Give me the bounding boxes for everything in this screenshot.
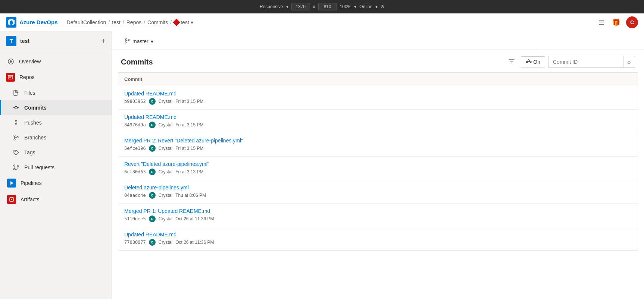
svg-point-22 [125,42,126,43]
svg-marker-19 [10,181,13,185]
commit-row[interactable]: Deleted azure-pipelines.yml 04aadc4e C C… [118,180,638,204]
commit-meta: 04aadc4e C Crystal Thu at 8:06 PM [124,192,632,199]
svg-point-12 [14,135,15,136]
commit-author: Crystal [159,240,172,245]
svg-point-14 [17,136,18,138]
svg-point-16 [13,165,15,166]
sidebar-header: T test + [0,31,112,51]
svg-point-13 [14,139,15,140]
gift-icon-button[interactable]: 🎁 [610,17,622,28]
commit-id-input[interactable] [548,57,623,67]
commit-sha: 5110dee5 [124,216,146,221]
commit-date: Thu at 8:06 PM [175,193,206,198]
commit-row[interactable]: Updated README.md 77080077 C Crystal Oct… [118,227,638,250]
breadcrumb-collection[interactable]: DefaultCollection [67,19,106,25]
commit-message: Updated README.md [124,232,632,237]
svg-point-23 [128,39,129,41]
sidebar-add-button[interactable]: + [101,37,106,45]
commit-sha: 6cf80d63 [124,169,146,174]
artifacts-icon [7,195,16,204]
branch-name: master [132,38,149,44]
sidebar-nav: Overview Repos Files [0,51,112,211]
commit-message: Deleted azure-pipelines.yml [124,185,632,191]
commit-author: Crystal [159,99,172,104]
browser-bar: Responsive ▾ x 100% ▾ Online ▾ ⊘ [0,0,644,13]
commit-message: Updated README.md [124,91,632,97]
width-input[interactable] [291,3,310,10]
top-nav: Azure DevOps DefaultCollection / test / … [0,13,644,31]
app-logo[interactable]: Azure DevOps [6,17,58,28]
zoom-label: 100% [340,4,351,9]
overview-icon [7,58,15,65]
breadcrumb-commits[interactable]: Commits [147,19,168,25]
graph-on-button[interactable]: On [521,56,545,67]
commit-author-avatar: C [149,192,156,199]
sidebar-item-repos[interactable]: Repos [0,69,112,85]
x-separator: x [313,4,315,9]
items-icon: ☰ [598,18,604,26]
svg-point-21 [125,38,126,40]
breadcrumb-project[interactable]: test [112,19,121,25]
sidebar-item-artifacts[interactable]: Artifacts [0,191,112,208]
commit-row[interactable]: Updated README.md 84976d9a C Crystal Fri… [118,110,638,133]
branch-selector-button[interactable]: master ▾ [121,36,157,47]
commit-meta: 6cf80d63 C Crystal Fri at 3:13 PM [124,169,632,175]
svg-point-2 [10,60,12,63]
items-icon-button[interactable]: ☰ [597,17,606,28]
height-input[interactable] [318,3,337,10]
settings-icon[interactable]: ⊘ [381,4,384,9]
commit-row[interactable]: Revert "Deleted azure-pipelines.yml" 6cf… [118,157,638,180]
repos-icon [6,73,15,82]
sidebar-item-label-pull-requests: Pull requests [24,164,54,170]
user-initial: C [630,19,634,25]
svg-point-17 [13,169,15,170]
sidebar-item-label-artifacts: Artifacts [21,196,40,202]
commit-author-avatar: C [149,169,156,175]
commit-row[interactable]: Updated README.md b9803952 C Crystal Fri… [118,86,638,110]
branches-icon [12,134,20,141]
commit-author: Crystal [159,146,172,151]
breadcrumb-repo-tag[interactable]: test ▾ [174,19,193,25]
sidebar-item-files[interactable]: Files [0,85,112,100]
gift-icon: 🎁 [612,18,620,26]
sidebar-item-label-repos: Repos [19,74,34,80]
user-avatar[interactable]: C [626,16,638,28]
sidebar-item-label-branches: Branches [24,135,46,141]
commit-row[interactable]: Merged PR 2: Revert "Deleted azure-pipel… [118,133,638,157]
sidebar-item-tags[interactable]: Tags [0,145,112,160]
sidebar: T test + Overview [0,31,112,299]
commit-sha: 5efce196 [124,146,146,151]
top-nav-actions: ☰ 🎁 C [597,16,638,28]
commit-author-avatar: C [149,239,156,246]
commit-date: Fri at 3:15 PM [175,99,203,104]
svg-point-26 [530,61,531,63]
breadcrumb-sep-2: / [123,19,124,25]
responsive-label: Responsive [260,4,283,9]
svg-point-10 [15,120,17,122]
commit-meta: 5efce196 C Crystal Fri at 3:15 PM [124,145,632,152]
project-initial: T [10,38,13,44]
breadcrumb-repos[interactable]: Repos [126,19,141,25]
commit-id-search-button[interactable]: ⌕ [623,56,635,67]
search-icon: ⌕ [627,59,631,65]
commit-sha: 77080077 [124,240,146,245]
commit-sha: b9803952 [124,99,146,104]
online-dropdown-icon: ▾ [375,4,378,9]
sidebar-item-pushes[interactable]: Pushes [0,115,112,130]
sidebar-item-overview[interactable]: Overview [0,54,112,69]
sidebar-item-label-tags: Tags [24,150,35,155]
commits-column-header: Commit [124,76,142,82]
sidebar-item-pipelines[interactable]: Pipelines [0,175,112,191]
sidebar-item-label-pushes: Pushes [24,120,42,126]
commits-table-header: Commit [118,73,638,86]
commit-author-avatar: C [149,215,156,222]
commit-message: Merged PR 1: Updated README.md [124,208,632,214]
sidebar-item-commits[interactable]: Commits [0,100,112,115]
commit-message: Merged PR 2: Revert "Deleted azure-pipel… [124,138,632,144]
filter-button[interactable] [505,56,518,68]
svg-rect-3 [8,75,13,79]
sidebar-item-branches[interactable]: Branches [0,130,112,145]
project-name: test [20,38,29,44]
sidebar-item-pull-requests[interactable]: Pull requests [0,160,112,175]
commit-row[interactable]: Merged PR 1: Updated README.md 5110dee5 … [118,204,638,227]
